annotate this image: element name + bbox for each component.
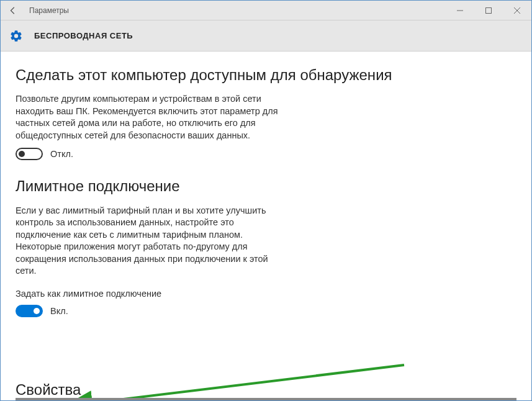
discovery-toggle[interactable]	[16, 148, 43, 160]
metered-sub-label: Задать как лимитное подключение	[16, 289, 516, 299]
svg-rect-1	[486, 7, 492, 13]
properties-heading: Свойства	[16, 381, 516, 399]
metered-toggle-label: Вкл.	[50, 306, 68, 316]
window-controls	[446, 1, 531, 20]
maximize-icon	[485, 7, 492, 14]
arrow-left-icon	[9, 6, 17, 15]
discovery-toggle-label: Откл.	[50, 149, 73, 159]
close-icon	[514, 7, 520, 14]
discovery-toggle-row: Откл.	[16, 148, 516, 160]
header-bar: БЕСПРОВОДНАЯ СЕТЬ	[1, 20, 531, 52]
window-title: Параметры	[25, 6, 446, 15]
maximize-button[interactable]	[474, 1, 503, 20]
toggle-knob	[34, 308, 40, 314]
gear-icon	[9, 29, 23, 43]
properties-section: Свойства	[16, 381, 516, 400]
page-title: БЕСПРОВОДНАЯ СЕТЬ	[34, 31, 133, 40]
content-area: Сделать этот компьютер доступным для обн…	[1, 52, 531, 400]
metered-toggle-row: Вкл.	[16, 305, 516, 317]
toggle-knob	[19, 151, 25, 157]
discovery-heading: Сделать этот компьютер доступным для обн…	[16, 65, 516, 84]
titlebar: Параметры	[1, 1, 531, 20]
minimize-icon	[457, 7, 463, 14]
discovery-description: Позвольте другим компьютерам и устройств…	[16, 93, 289, 142]
metered-toggle[interactable]	[16, 305, 43, 317]
metered-description: Если у вас лимитный тарифный план и вы х…	[16, 205, 289, 277]
close-button[interactable]	[503, 1, 531, 20]
back-button[interactable]	[1, 1, 25, 20]
minimize-button[interactable]	[446, 1, 474, 20]
metered-heading: Лимитное подключение	[16, 176, 516, 196]
